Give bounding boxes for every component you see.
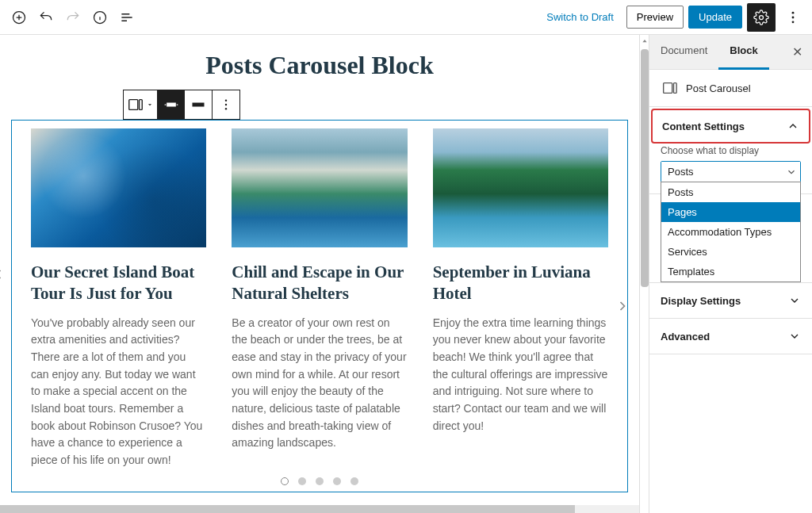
svg-point-2 [760, 15, 764, 19]
page-title[interactable]: Posts Carousel Block [0, 51, 639, 80]
chevron-up-icon [787, 120, 799, 132]
post-carousel-block[interactable]: Our Secret Island Boat Tour Is Just for … [11, 120, 628, 492]
carousel-dot[interactable] [316, 477, 324, 485]
block-info-header: Post Carousel [649, 70, 812, 107]
editor-canvas: Posts Carousel Block [0, 35, 639, 513]
switch-to-draft-link[interactable]: Switch to Draft [538, 6, 622, 28]
card-image [232, 128, 407, 247]
svg-rect-6 [129, 100, 138, 110]
content-option-posts[interactable]: Posts [661, 182, 800, 202]
update-button[interactable]: Update [688, 6, 742, 29]
chevron-down-icon [788, 294, 801, 307]
tab-document[interactable]: Document [649, 35, 718, 69]
card-excerpt: Be a creator of your own rest on the bea… [232, 315, 407, 453]
card-title: Chill and Escape in Our Natural Shelters [232, 262, 407, 305]
svg-point-12 [225, 108, 227, 109]
align-full-button[interactable] [185, 90, 212, 119]
svg-point-5 [792, 21, 795, 23]
carousel-dot[interactable] [350, 477, 358, 485]
carousel-prev-button[interactable] [0, 263, 6, 285]
info-button[interactable] [87, 5, 113, 30]
horizontal-scrollbar[interactable] [0, 505, 639, 513]
card-title: Our Secret Island Boat Tour Is Just for … [31, 262, 206, 305]
undo-button[interactable] [33, 5, 59, 30]
card-image [31, 128, 206, 247]
carousel-card: Chill and Escape in Our Natural Shelters… [232, 128, 407, 492]
svg-rect-8 [167, 103, 176, 107]
content-type-options: Posts Pages Accommodation Types Services… [661, 182, 801, 282]
chevron-down-icon [786, 167, 797, 178]
block-toolbar [123, 90, 240, 120]
carousel-card: September in Luviana Hotel Enjoy the ext… [433, 128, 608, 492]
svg-point-3 [792, 11, 795, 13]
outline-button[interactable] [114, 5, 140, 30]
content-option-templates[interactable]: Templates [661, 262, 800, 281]
block-more-button[interactable] [213, 90, 239, 119]
add-block-button[interactable] [6, 5, 32, 30]
svg-rect-9 [193, 103, 205, 107]
carousel-dot[interactable] [333, 477, 341, 485]
content-option-accommodation[interactable]: Accommodation Types [661, 222, 800, 242]
content-option-services[interactable]: Services [661, 242, 800, 262]
carousel-dot[interactable] [281, 477, 289, 485]
content-type-select[interactable]: Posts Posts Pages Accommodation Types Se… [661, 161, 801, 182]
svg-rect-14 [674, 83, 677, 94]
svg-rect-13 [664, 83, 672, 94]
panel-advanced[interactable]: Advanced [649, 319, 812, 354]
more-options-button[interactable] [780, 5, 806, 30]
carousel-next-button[interactable] [615, 295, 630, 317]
svg-rect-7 [140, 100, 143, 110]
content-type-label: Choose what to display [661, 145, 801, 156]
svg-point-10 [225, 100, 227, 101]
top-toolbar: Switch to Draft Preview Update [0, 0, 812, 35]
content-option-pages[interactable]: Pages [661, 202, 800, 222]
block-name-label: Post Carousel [686, 82, 751, 94]
block-type-selector[interactable] [124, 90, 157, 119]
panel-content-settings[interactable]: Content Settings [651, 109, 810, 144]
svg-point-4 [792, 16, 795, 18]
card-title: September in Luviana Hotel [433, 262, 608, 305]
carousel-dot[interactable] [298, 477, 306, 485]
carousel-icon [661, 79, 678, 97]
carousel-pagination [281, 477, 358, 485]
vertical-scrollbar[interactable] [639, 35, 649, 513]
card-image [433, 128, 608, 247]
tab-block[interactable]: Block [718, 35, 768, 69]
redo-button[interactable] [60, 5, 86, 30]
align-wide-button[interactable] [158, 90, 185, 119]
card-excerpt: You've probably already seen our extra a… [31, 315, 206, 469]
svg-point-11 [225, 104, 227, 105]
card-excerpt: Enjoy the extra time learning things you… [433, 315, 608, 435]
settings-sidebar: Document Block ✕ Post Carousel Content S… [649, 35, 812, 513]
carousel-card: Our Secret Island Boat Tour Is Just for … [31, 128, 206, 492]
panel-display-settings[interactable]: Display Settings [649, 283, 812, 318]
settings-gear-button[interactable] [747, 3, 776, 32]
close-sidebar-button[interactable]: ✕ [783, 35, 812, 69]
chevron-down-icon [788, 330, 801, 343]
preview-button[interactable]: Preview [626, 6, 684, 29]
